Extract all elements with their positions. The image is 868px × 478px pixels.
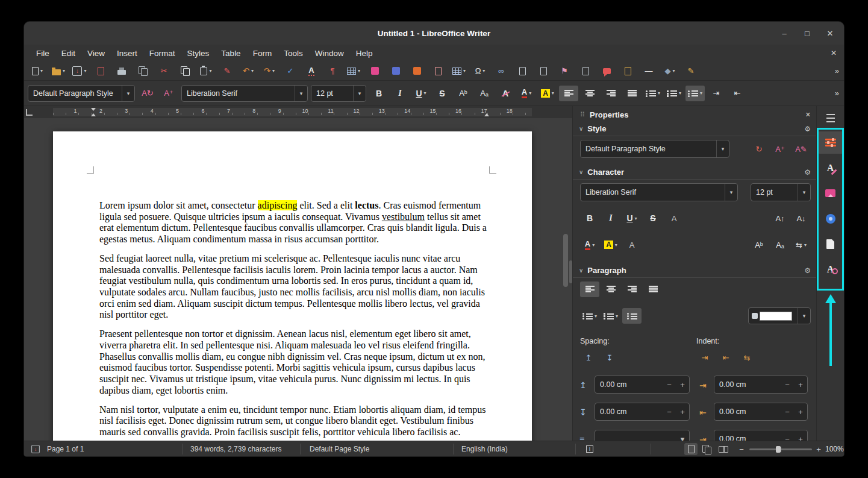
- increase-indent-button[interactable]: ⇥: [707, 86, 726, 101]
- font-name-combobox[interactable]: Liberation Serif ▾: [181, 85, 308, 102]
- font-color-button[interactable]: A▾: [517, 86, 536, 101]
- print-button[interactable]: [112, 63, 131, 79]
- strikethrough-button[interactable]: S: [432, 86, 452, 101]
- more-options-icon[interactable]: ⚙: [804, 125, 811, 133]
- update-paragraph-style-button[interactable]: ↻: [749, 141, 769, 157]
- decrease-paragraph-spacing-button[interactable]: ↧: [600, 350, 619, 365]
- align-center-button[interactable]: [580, 86, 599, 101]
- superscript-button[interactable]: Aᵇ: [749, 237, 769, 253]
- unordered-list-dropdown-icon[interactable]: ▾: [595, 313, 597, 319]
- menu-window[interactable]: Window: [309, 45, 350, 61]
- align-left-button[interactable]: [580, 281, 599, 297]
- vertical-scrollbar[interactable]: [563, 121, 569, 438]
- paragraph[interactable]: Sed feugiat laoreet nulla, vitae pretium…: [99, 253, 487, 321]
- sidebar-settings-button[interactable]: [819, 110, 842, 127]
- insert-text-box-button[interactable]: [407, 63, 426, 79]
- zoom-slider[interactable]: [749, 448, 812, 450]
- toolbar-overflow-button[interactable]: »: [835, 89, 839, 98]
- undo-button[interactable]: ↶▾: [239, 63, 258, 79]
- character-highlighting-color-button[interactable]: A▾: [601, 237, 620, 253]
- paste-button[interactable]: ▾: [196, 63, 216, 79]
- decrease-indent-button[interactable]: ⇤: [728, 86, 747, 101]
- paragraph[interactable]: Praesent pellentesque non tortor et dign…: [99, 329, 487, 396]
- insert-chart-button[interactable]: [386, 63, 405, 79]
- single-page-view-button[interactable]: [684, 443, 698, 455]
- sidebar-paragraph-style-combobox[interactable]: Default Paragraph Style ▾: [580, 140, 729, 158]
- menu-file[interactable]: File: [30, 45, 55, 61]
- redo-button[interactable]: ↷▾: [260, 63, 279, 79]
- insert-table-dropdown-icon[interactable]: ▾: [358, 68, 360, 74]
- underline-dropdown-icon[interactable]: ▾: [635, 216, 637, 221]
- above-paragraph-spacing-field[interactable]: 0.00 cm − +: [595, 376, 690, 394]
- first-line-indent-marker[interactable]: [91, 108, 96, 111]
- decrement-button[interactable]: −: [781, 407, 794, 417]
- clear-direct-formatting-button[interactable]: A: [496, 86, 515, 101]
- save-status-icon[interactable]: ↓: [29, 443, 42, 455]
- ordered-list-dropdown-icon[interactable]: ▾: [679, 90, 681, 96]
- align-right-button[interactable]: [622, 281, 642, 297]
- no-list-button[interactable]: [622, 308, 642, 324]
- decrease-indent-button[interactable]: ⇤: [716, 350, 735, 365]
- font-color-dropdown-icon[interactable]: ▾: [592, 242, 595, 248]
- character-highlighting-color-dropdown-icon[interactable]: ▾: [615, 242, 617, 248]
- selection-mode-button[interactable]: I: [583, 443, 596, 455]
- align-justify-button[interactable]: [622, 86, 642, 101]
- insert-table-button[interactable]: ▾: [344, 63, 363, 79]
- line-spacing-dropdown-icon[interactable]: ▾: [676, 435, 689, 441]
- underline-dropdown-icon[interactable]: ▾: [424, 90, 426, 96]
- zoom-in-button[interactable]: +: [812, 443, 825, 455]
- subscript-button[interactable]: Aₐ: [770, 237, 790, 253]
- toolbar-overflow-button[interactable]: »: [835, 66, 839, 75]
- first-line-indent-field[interactable]: 0.00 cm − +: [714, 430, 808, 441]
- paragraph[interactable]: Lorem ipsum dolor sit amet, consectetur …: [99, 200, 487, 245]
- save-dropdown-icon[interactable]: ▾: [84, 68, 86, 74]
- basic-shapes-button[interactable]: ◆▾: [660, 63, 679, 79]
- close-button[interactable]: ✕: [825, 29, 835, 38]
- bold-button[interactable]: B: [369, 86, 389, 101]
- new-style-from-selection-button[interactable]: A⁺: [159, 86, 178, 101]
- update-paragraph-style-button[interactable]: A↻: [138, 86, 157, 101]
- after-text-indent-field[interactable]: 0.00 cm − +: [714, 403, 808, 421]
- edit-style-button[interactable]: A✎: [792, 141, 811, 157]
- bold-button[interactable]: B: [580, 210, 599, 226]
- show-draw-functions-button[interactable]: ✎: [681, 63, 701, 79]
- paragraph-style-combobox[interactable]: Default Paragraph Style ▾: [28, 85, 135, 102]
- menu-table[interactable]: Table: [215, 45, 246, 61]
- more-options-icon[interactable]: ⚙: [804, 266, 811, 275]
- line-spacing-combobox[interactable]: ▾: [595, 430, 690, 441]
- menu-view[interactable]: View: [81, 45, 111, 61]
- style-inspector-deck-button[interactable]: A: [817, 258, 844, 280]
- increment-button[interactable]: +: [794, 435, 807, 441]
- align-right-button[interactable]: [601, 86, 620, 101]
- insert-comment-button[interactable]: [597, 63, 616, 79]
- unordered-list-button[interactable]: ▾: [580, 308, 599, 324]
- horizontal-ruler[interactable]: 123456789101112131415161718: [24, 106, 572, 118]
- underline-button[interactable]: U▾: [622, 210, 642, 226]
- insert-footnote-button[interactable]: [513, 63, 532, 79]
- font-color-button[interactable]: A▾: [580, 237, 599, 253]
- properties-deck-button[interactable]: [817, 131, 844, 154]
- character-spacing-dropdown-icon[interactable]: ▾: [804, 242, 807, 248]
- book-view-button[interactable]: [717, 443, 730, 455]
- page-number-status[interactable]: Page 1 of 1: [47, 445, 84, 453]
- paste-dropdown-icon[interactable]: ▾: [209, 68, 211, 74]
- paragraph[interactable]: Nam nisl tortor, vulputate a enim eu, ti…: [99, 404, 487, 438]
- underline-button[interactable]: U▾: [411, 86, 431, 101]
- unordered-list-button[interactable]: ▾: [643, 86, 663, 101]
- page-deck-button[interactable]: [817, 233, 844, 255]
- insert-page-break-button[interactable]: [428, 63, 448, 79]
- copy-button[interactable]: [175, 63, 195, 79]
- page[interactable]: Lorem ipsum dolor sit amet, consectetur …: [53, 131, 532, 441]
- insert-cross-reference-button[interactable]: [576, 63, 595, 79]
- multiple-page-view-button[interactable]: [700, 443, 713, 455]
- decrement-button[interactable]: −: [663, 407, 676, 417]
- sidebar-font-name-dropdown-icon[interactable]: ▾: [725, 184, 737, 201]
- menu-format[interactable]: Format: [143, 45, 181, 61]
- scrollbar-thumb[interactable]: [563, 234, 568, 287]
- strikethrough-button[interactable]: S: [643, 210, 663, 226]
- insert-field-dropdown-icon[interactable]: ▾: [463, 68, 466, 74]
- ordered-list-dropdown-icon[interactable]: ▾: [616, 313, 618, 319]
- character-section-header[interactable]: ∨ Character ⚙: [573, 165, 817, 180]
- below-paragraph-spacing-field[interactable]: 0.00 cm − +: [595, 403, 690, 421]
- sidebar-font-size-combobox[interactable]: 12 pt ▾: [751, 183, 811, 201]
